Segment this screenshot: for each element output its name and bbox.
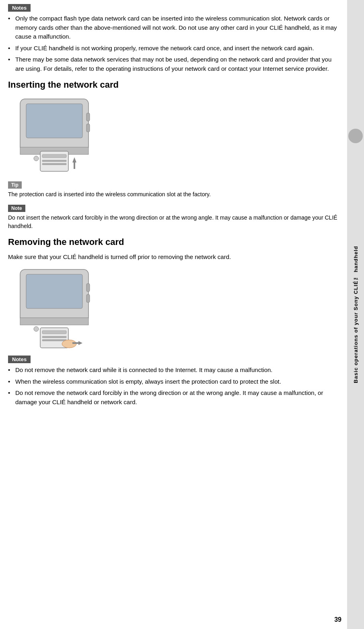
svg-rect-24 xyxy=(72,342,79,344)
tip-section: Tip The protection card is inserted into… xyxy=(8,181,339,199)
svg-rect-8 xyxy=(42,160,66,162)
inserting-device-image xyxy=(8,95,121,175)
note-section: Note Do not insert the network card forc… xyxy=(8,204,339,230)
svg-rect-11 xyxy=(74,162,75,169)
inserting-device-svg xyxy=(8,95,121,175)
svg-rect-1 xyxy=(26,104,82,138)
removing-intro: Make sure that your CLIÉ handheld is tur… xyxy=(8,253,339,262)
bottom-note-item-2: When the wireless communication slot is … xyxy=(8,377,339,386)
svg-rect-3 xyxy=(86,113,90,121)
note-text: Do not insert the network card forcibly … xyxy=(8,214,339,230)
top-notes-list: Only the compact flash type data network… xyxy=(8,14,339,73)
page-container: Basic operations of your Sony CLIÉ™ hand… xyxy=(0,0,364,629)
svg-marker-10 xyxy=(72,157,76,162)
main-content: Notes Only the compact flash type data n… xyxy=(0,0,347,421)
top-note-item-2: If your CLIÉ handheld is not working pro… xyxy=(8,44,339,53)
svg-point-17 xyxy=(34,327,39,331)
svg-rect-19 xyxy=(42,331,66,334)
svg-point-5 xyxy=(34,156,39,161)
bottom-notes-section: Notes Do not remove the network card whi… xyxy=(8,356,339,407)
removing-device-image xyxy=(8,265,121,350)
top-notes-badge: Notes xyxy=(8,4,31,12)
svg-rect-9 xyxy=(42,163,66,165)
inserting-section: Inserting the network card xyxy=(8,80,339,230)
svg-rect-15 xyxy=(86,284,90,292)
svg-rect-7 xyxy=(42,154,66,158)
bottom-notes-badge: Notes xyxy=(8,356,31,363)
tip-text: The protection card is inserted into the… xyxy=(8,190,339,199)
svg-marker-23 xyxy=(78,341,82,345)
top-note-item-3: There may be some data network services … xyxy=(8,55,339,73)
page-number: 39 xyxy=(334,616,341,623)
bottom-notes-list: Do not remove the network card while it … xyxy=(8,366,339,407)
bottom-note-item-3: Do not remove the network card forcibly … xyxy=(8,388,339,407)
removing-device-svg xyxy=(8,265,121,350)
removing-section: Removing the network card Make sure that… xyxy=(8,237,339,407)
svg-rect-16 xyxy=(86,294,90,302)
side-tab: Basic operations of your Sony CLIÉ™ hand… xyxy=(347,0,364,629)
side-tab-circle xyxy=(348,129,363,143)
bottom-note-item-1: Do not remove the network card while it … xyxy=(8,366,339,375)
side-tab-text: Basic operations of your Sony CLIÉ™ hand… xyxy=(353,246,359,383)
svg-rect-20 xyxy=(42,336,66,338)
svg-rect-13 xyxy=(26,274,82,308)
svg-rect-14 xyxy=(20,318,88,325)
svg-rect-21 xyxy=(42,339,66,341)
removing-heading: Removing the network card xyxy=(8,237,339,247)
note-badge: Note xyxy=(8,205,25,212)
top-note-item-1: Only the compact flash type data network… xyxy=(8,14,339,41)
inserting-heading: Inserting the network card xyxy=(8,80,339,90)
tip-badge: Tip xyxy=(8,181,22,189)
svg-rect-4 xyxy=(86,124,90,132)
top-notes-section: Notes Only the compact flash type data n… xyxy=(8,4,339,73)
